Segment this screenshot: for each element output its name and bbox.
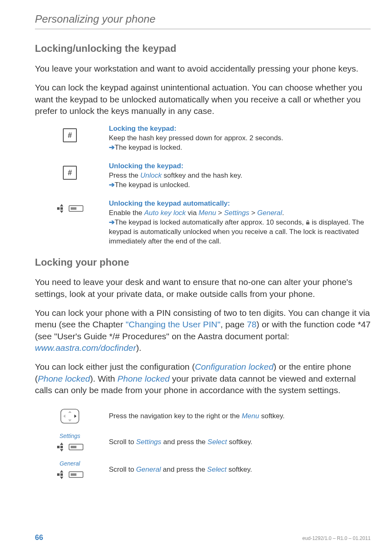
ns1-link-menu: Menu: [242, 412, 259, 420]
navigation-key-icon: [59, 408, 81, 425]
lock-heading: Locking the keypad:: [109, 124, 371, 134]
ns3-post: softkey.: [226, 466, 252, 473]
auto-enable-line: Enable the Auto key lock via Menu > Sett…: [109, 208, 371, 218]
scroll-softkey-icon: [56, 469, 83, 480]
auto-post: .: [282, 209, 284, 217]
svg-rect-17: [71, 446, 76, 448]
auto-pre: Enable the: [109, 209, 144, 217]
arrow-icon: ➔: [109, 181, 115, 189]
unlock-line1-pre: Press the: [109, 171, 141, 179]
hash-key-icon: #: [63, 128, 77, 142]
auto-mid1: via: [186, 209, 198, 217]
ns2-post: softkey.: [227, 438, 252, 446]
s2p2-mid1: , page: [220, 320, 247, 329]
svg-marker-15: [60, 449, 63, 452]
unlock-softkey-link: Unlock: [141, 171, 162, 179]
ns1-pre: Press the navigation key to the right or…: [109, 412, 242, 420]
scroll-softkey-icon: [56, 442, 83, 452]
svg-marker-3: [60, 211, 63, 213]
navstep-2-label: Settings: [60, 432, 81, 440]
auto-result: ➔The keypad is locked automatically afte…: [109, 218, 371, 246]
svg-rect-6: [306, 222, 309, 225]
lock-icon: [306, 220, 310, 225]
link-page-78[interactable]: 78: [247, 320, 256, 329]
navstep-3-label: General: [60, 460, 80, 468]
ns2-mid: and press the: [161, 438, 208, 446]
section-locking-keypad-title: Locking/unlocking the keypad: [35, 42, 371, 56]
svg-rect-23: [71, 473, 76, 476]
ns2-link-settings: Settings: [136, 438, 161, 446]
section-locking-phone-title: Locking your phone: [35, 255, 371, 269]
auto-mid2: >: [216, 209, 224, 217]
svg-rect-5: [71, 207, 76, 210]
svg-marker-14: [60, 442, 63, 445]
s2p2-post: ).: [136, 343, 141, 352]
arrow-icon: ➔: [109, 144, 115, 151]
navstep-1-text: Press the navigation key to the right or…: [109, 412, 371, 421]
auto-link-menu: Menu: [198, 209, 216, 217]
ns3-link-select: Select: [207, 466, 226, 473]
ns2-link-select: Select: [208, 438, 227, 446]
section2-p3: You can lock either just the configurati…: [35, 361, 371, 396]
unlock-line1: Press the Unlock softkey and the hash ke…: [109, 171, 371, 181]
scroll-softkey-icon: [56, 203, 83, 214]
auto-heading: Unlocking the keypad automatically:: [109, 199, 371, 208]
unlock-result: ➔The keypad is unlocked.: [109, 181, 371, 190]
running-head: Personalizing your phone: [35, 12, 371, 26]
navstep-2: Settings Scroll to Settings and press th…: [35, 432, 371, 452]
section1-p2: You can lock the keypad against unintent…: [35, 82, 371, 117]
svg-rect-18: [57, 473, 60, 476]
unlock-line1-post: softkey and the hash key.: [162, 171, 242, 179]
header-rule: [35, 29, 371, 29]
section1-p1: You leave your workstation and want to a…: [35, 63, 371, 74]
unlock-heading: Unlocking the keypad:: [109, 162, 371, 171]
navstep-1: Press the navigation key to the right or…: [35, 408, 371, 425]
page-footer: 66 eud-1292/1.0 – R1.0 – 01.2011: [35, 533, 371, 543]
ns3-link-general: General: [136, 466, 161, 473]
section2-p2: You can lock your phone with a PIN consi…: [35, 307, 371, 354]
auto-link-autokeylock: Auto key lock: [144, 209, 186, 217]
lock-result: ➔The keypad is locked.: [109, 143, 371, 153]
link-phone-locked-1: Phone locked: [38, 374, 90, 383]
svg-rect-0: [57, 207, 60, 210]
lock-result-text: The keypad is locked.: [115, 144, 182, 151]
page-number: 66: [35, 533, 43, 543]
link-config-locked: Configuration locked: [195, 362, 273, 371]
auto-result-pre: The keypad is locked automatically after…: [115, 218, 306, 226]
s2p3-pre: You can lock either just the configurati…: [35, 362, 195, 371]
block-unlock-keypad: # Unlocking the keypad: Press the Unlock…: [35, 162, 371, 190]
auto-link-general: General: [257, 209, 282, 217]
document-id: eud-1292/1.0 – R1.0 – 01.2011: [302, 535, 371, 542]
navstep-2-text: Scroll to Settings and press the Select …: [109, 438, 371, 447]
hash-key-icon: #: [63, 166, 77, 180]
auto-mid3: >: [249, 209, 257, 217]
section2-p1: You need to leave your desk and want to …: [35, 276, 371, 300]
block-auto-unlock: Unlocking the keypad automatically: Enab…: [35, 199, 371, 246]
s2p3-mid2: ). With: [90, 374, 118, 383]
svg-rect-12: [57, 446, 60, 448]
ns1-post: softkey.: [259, 412, 285, 420]
arrow-icon: ➔: [109, 218, 115, 226]
navstep-3: General Scroll to General and press the …: [35, 460, 371, 480]
ns2-pre: Scroll to: [109, 438, 136, 446]
svg-marker-20: [60, 470, 63, 473]
block-lock-keypad: # Locking the keypad: Keep the hash key …: [35, 124, 371, 153]
navstep-3-text: Scroll to General and press the Select s…: [109, 465, 371, 475]
link-phone-locked-2: Phone locked: [118, 374, 170, 383]
ns3-pre: Scroll to: [109, 466, 136, 473]
lock-line1: Keep the hash key pressed down for appro…: [109, 134, 371, 143]
svg-rect-19: [60, 473, 63, 476]
svg-rect-1: [60, 207, 63, 210]
link-changing-pin[interactable]: "Changing the User PIN": [126, 320, 221, 329]
svg-marker-2: [60, 204, 63, 206]
svg-marker-21: [60, 477, 63, 479]
link-docfinder[interactable]: www.aastra.com/docfinder: [35, 343, 136, 352]
auto-link-settings: Settings: [224, 209, 249, 217]
svg-rect-13: [60, 446, 63, 448]
ns3-mid: and press the: [161, 466, 207, 473]
unlock-result-text: The keypad is unlocked.: [115, 181, 190, 189]
